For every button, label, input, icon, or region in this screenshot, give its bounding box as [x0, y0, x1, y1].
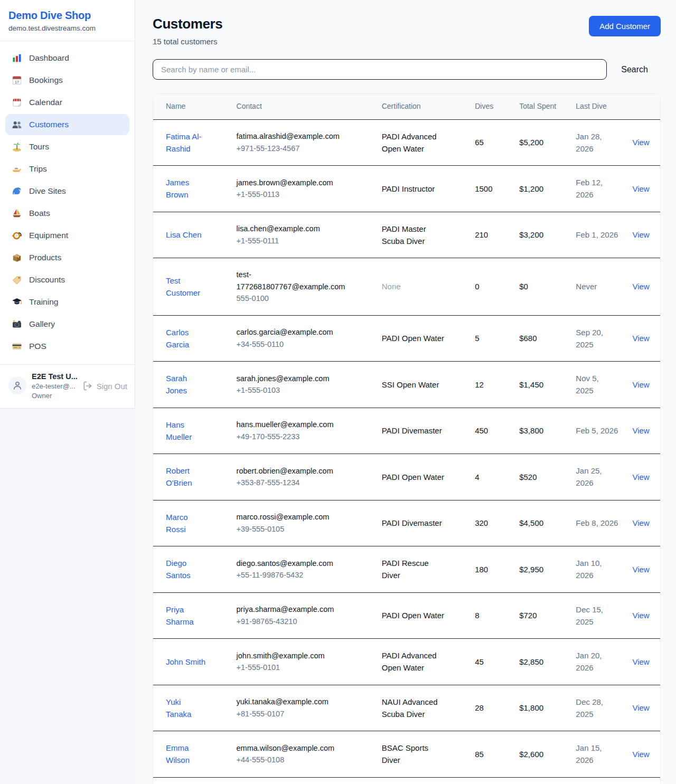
search-input[interactable] — [153, 59, 607, 80]
customer-name-link[interactable]: Lisa Chen — [166, 230, 202, 239]
view-customer-link[interactable]: View — [632, 750, 649, 759]
view-customer-link[interactable]: View — [632, 426, 649, 435]
view-customer-link[interactable]: View — [632, 473, 649, 481]
customer-name-link[interactable]: Sarah Jones — [166, 374, 187, 395]
sign-out-button[interactable]: Sign Out — [82, 381, 127, 391]
view-customer-link[interactable]: View — [632, 657, 649, 666]
view-customer-link[interactable]: View — [632, 230, 649, 239]
sidebar-item-label: Training — [29, 297, 58, 307]
customer-last-dive: Jan 15, 2026 — [576, 743, 602, 764]
user-email: e2e-tester@... — [32, 382, 77, 390]
customer-certification: PADI Advanced Open Water — [382, 132, 437, 153]
sidebar-item-training[interactable]: Training — [5, 291, 129, 313]
customer-last-dive: Never — [576, 282, 597, 291]
customer-dives: 320 — [475, 518, 488, 527]
customer-dives: 450 — [475, 426, 488, 435]
view-customer-link[interactable]: View — [632, 611, 649, 620]
view-customer-link[interactable]: View — [632, 703, 649, 712]
table-row: Robert O'Brien robert.obrien@example.com… — [153, 454, 660, 500]
customer-name-link[interactable]: James Brown — [166, 178, 189, 199]
column-header-total-spent: Total Spent — [519, 102, 556, 110]
sidebar-item-pos[interactable]: POS — [5, 336, 129, 357]
view-customer-link[interactable]: View — [632, 565, 649, 574]
credit-card-icon — [12, 341, 22, 352]
customer-email: fatima.alrashid@example.com — [237, 130, 352, 142]
sidebar-item-dive-sites[interactable]: Dive Sites — [5, 181, 129, 202]
customer-total-spent: $720 — [519, 611, 537, 620]
customer-certification: PADI Instructor — [382, 184, 435, 193]
customer-certification: PADI Divemaster — [382, 518, 442, 527]
search-row: Search — [153, 59, 661, 80]
customer-phone: +81-555-0107 — [237, 708, 352, 720]
customer-last-dive: Feb 12, 2026 — [576, 178, 603, 199]
sailboat-icon — [12, 208, 22, 219]
customer-total-spent: $2,950 — [519, 565, 543, 574]
customer-email: john.smith@example.com — [237, 650, 352, 662]
customer-certification: PADI Master Scuba Diver — [382, 224, 426, 245]
customer-name-link[interactable]: Yuki Tanaka — [166, 697, 191, 719]
customer-last-dive: Jan 20, 2026 — [576, 651, 602, 672]
view-customer-link[interactable]: View — [632, 380, 649, 389]
customer-name-link[interactable]: Carlos Garcia — [166, 328, 189, 349]
sidebar-item-label: Boats — [29, 209, 50, 218]
sidebar-item-boats[interactable]: Boats — [5, 203, 129, 224]
customer-dives: 180 — [475, 565, 488, 574]
customer-name-link[interactable]: Hans Mueller — [166, 420, 192, 441]
customer-name-link[interactable]: Fatima Al-Rashid — [166, 132, 202, 153]
customer-name-link[interactable]: John Smith — [166, 657, 205, 666]
customer-total-spent: $1,200 — [519, 184, 543, 193]
customer-phone: +1-555-0111 — [237, 235, 352, 247]
customer-certification: PADI Divemaster — [382, 426, 442, 435]
customer-total-spent: $0 — [519, 282, 528, 291]
page-header: Customers 15 total customers Add Custome… — [153, 16, 661, 46]
view-customer-link[interactable]: View — [632, 282, 649, 291]
table-row: Keiko Yamamoto keiko.yamamoto@example.co… — [153, 777, 660, 784]
table-row: Carlos Garcia carlos.garcia@example.com+… — [153, 315, 660, 362]
sidebar-item-bookings[interactable]: 17Bookings — [5, 70, 129, 91]
customer-name-link[interactable]: Test Customer — [166, 276, 200, 297]
customer-dives: 85 — [475, 750, 484, 759]
main-content: Customers 15 total customers Add Custome… — [135, 0, 676, 784]
view-customer-link[interactable]: View — [632, 184, 649, 193]
add-customer-button[interactable]: Add Customer — [589, 16, 661, 36]
speedboat-icon — [12, 164, 22, 174]
customer-last-dive: Jan 28, 2026 — [576, 132, 602, 153]
customer-phone: 555-0100 — [237, 292, 352, 304]
camera-icon — [12, 319, 22, 329]
sidebar-item-calendar[interactable]: Calendar — [5, 92, 129, 113]
table-row: Test Customer test-1772681807767@example… — [153, 258, 660, 315]
customer-last-dive: Jan 10, 2026 — [576, 559, 602, 580]
sidebar-item-tours[interactable]: Tours — [5, 136, 129, 157]
sidebar-item-label: Bookings — [29, 75, 63, 85]
column-header-certification: Certification — [382, 102, 421, 110]
customer-name-link[interactable]: Robert O'Brien — [166, 466, 192, 487]
sidebar-item-label: Calendar — [29, 98, 62, 107]
sidebar-item-label: Products — [29, 253, 61, 262]
table-row: Sarah Jones sarah.jones@example.com+1-55… — [153, 362, 660, 408]
sidebar-item-gallery[interactable]: Gallery — [5, 314, 129, 335]
customer-total-spent: $2,600 — [519, 750, 543, 759]
customer-name-link[interactable]: Marco Rossi — [166, 513, 188, 534]
table-row: Priya Sharma priya.sharma@example.com+91… — [153, 592, 660, 639]
tear-calendar-icon — [12, 97, 22, 108]
sidebar-item-label: Trips — [29, 164, 47, 174]
customer-name-link[interactable]: Diego Santos — [166, 559, 191, 580]
dive-mask-icon — [12, 230, 22, 241]
customer-last-dive: Dec 15, 2025 — [576, 605, 603, 626]
view-customer-link[interactable]: View — [632, 138, 649, 147]
sign-out-icon — [82, 381, 93, 391]
sidebar-item-trips[interactable]: Trips — [5, 158, 129, 180]
view-customer-link[interactable]: View — [632, 334, 649, 343]
customer-name-link[interactable]: Emma Wilson — [166, 743, 190, 764]
sidebar-item-products[interactable]: Products — [5, 247, 129, 268]
search-button[interactable]: Search — [607, 65, 661, 74]
view-customer-link[interactable]: View — [632, 518, 649, 527]
sidebar-item-equipment[interactable]: Equipment — [5, 225, 129, 246]
sidebar-item-customers[interactable]: Customers — [5, 114, 129, 135]
sidebar-item-discounts[interactable]: Discounts — [5, 269, 129, 290]
sidebar-item-dashboard[interactable]: Dashboard — [5, 48, 129, 69]
sidebar-item-label: Discounts — [29, 275, 65, 285]
customer-total-spent: $1,450 — [519, 380, 543, 389]
customer-dives: 12 — [475, 380, 484, 389]
customer-name-link[interactable]: Priya Sharma — [166, 605, 194, 626]
